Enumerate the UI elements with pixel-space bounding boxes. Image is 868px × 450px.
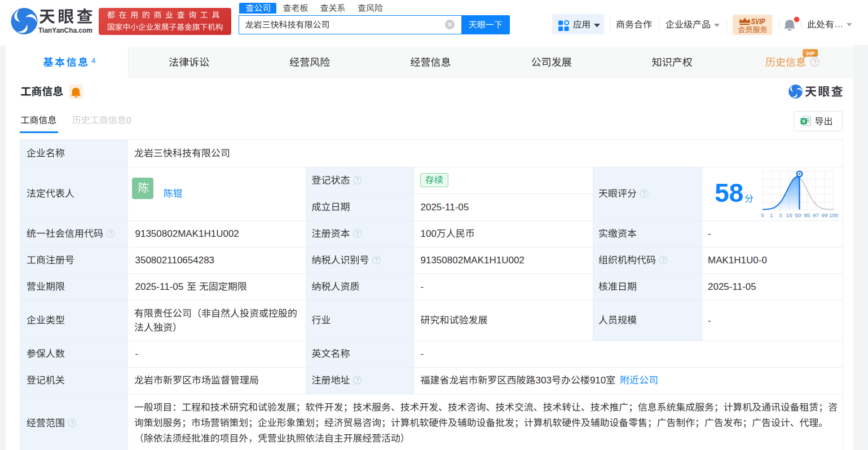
svg-text:?: ? [356,231,359,237]
svg-text:2025-11-05: 2025-11-05 [135,281,184,292]
svg-text:100: 100 [829,212,839,218]
svg-text:2025-11-05: 2025-11-05 [708,281,756,292]
svg-text:3: 3 [779,212,782,218]
svg-text:350802110654283: 350802110654283 [135,255,215,266]
svg-text:?: ? [642,191,646,197]
svg-text:85: 85 [804,212,810,218]
svg-text:4: 4 [91,56,95,65]
svg-text:-: - [421,281,424,292]
svg-text:303: 303 [536,375,552,386]
svg-text:91350802MAK1H1U002: 91350802MAK1H1U002 [135,228,239,239]
svg-text:TianYanCha.com: TianYanCha.com [38,26,92,34]
svg-text:50: 50 [795,212,801,218]
svg-text:58: 58 [715,178,743,208]
svg-text:-: - [708,228,711,239]
svg-text:?: ? [356,377,359,383]
svg-text:15: 15 [786,212,792,218]
svg-text:97: 97 [813,212,819,218]
svg-text:-: - [708,315,711,326]
svg-text:?: ? [662,257,665,263]
svg-text:?: ? [375,257,378,263]
svg-text:SVIP: SVIP [751,17,765,26]
svg-text:MAK1H1U0-0: MAK1H1U0-0 [708,255,767,266]
svg-text:100: 100 [421,228,437,239]
svg-text:91350802MAK1H1U002: 91350802MAK1H1U002 [421,255,525,266]
svg-text:-: - [421,348,424,359]
svg-text:VIP: VIP [806,50,815,56]
svg-text:?: ? [356,177,359,183]
svg-text:?: ? [813,59,817,65]
svg-text:99: 99 [822,212,828,218]
svg-text:910: 910 [590,375,606,386]
svg-text:1: 1 [770,212,773,218]
svg-text:?: ? [71,420,74,426]
svg-text:...: ... [835,19,844,29]
svg-text:0: 0 [761,212,764,218]
svg-text:?: ? [109,231,112,237]
svg-text:2025-11-05: 2025-11-05 [421,202,469,213]
svg-text:0: 0 [126,116,131,125]
svg-text:-: - [135,348,139,359]
